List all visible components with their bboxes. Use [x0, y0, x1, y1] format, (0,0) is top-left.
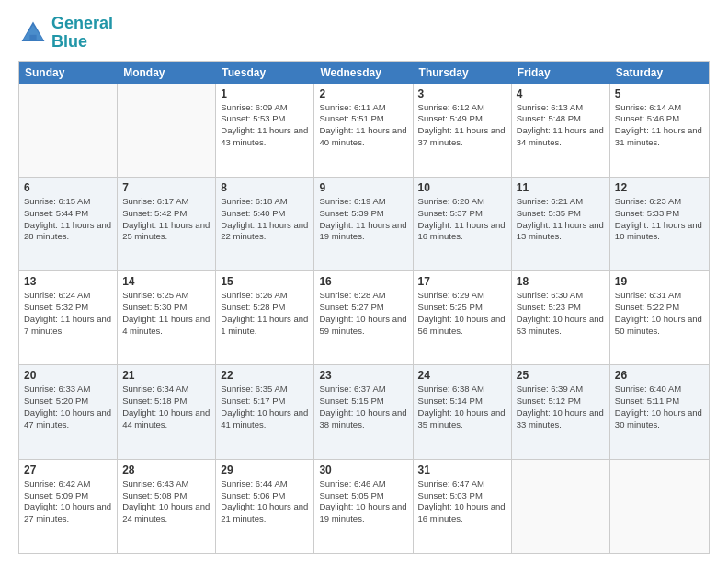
- day-info: Sunrise: 6:43 AM Sunset: 5:08 PM Dayligh…: [122, 478, 210, 525]
- day-info: Sunrise: 6:24 AM Sunset: 5:32 PM Dayligh…: [24, 290, 112, 337]
- calendar-cell: 31Sunrise: 6:47 AM Sunset: 5:03 PM Dayli…: [414, 460, 512, 553]
- calendar-row: 6Sunrise: 6:15 AM Sunset: 5:44 PM Daylig…: [19, 178, 709, 271]
- day-number: 10: [418, 181, 506, 194]
- weekday-header: Friday: [512, 62, 610, 84]
- logo-icon: [18, 18, 48, 48]
- calendar-cell: 18Sunrise: 6:30 AM Sunset: 5:23 PM Dayli…: [512, 271, 610, 364]
- calendar-cell: 21Sunrise: 6:34 AM Sunset: 5:18 PM Dayli…: [118, 365, 216, 458]
- day-number: 29: [221, 464, 309, 477]
- header: General Blue: [18, 15, 710, 52]
- day-info: Sunrise: 6:42 AM Sunset: 5:09 PM Dayligh…: [24, 478, 112, 525]
- calendar-cell: 20Sunrise: 6:33 AM Sunset: 5:20 PM Dayli…: [19, 365, 118, 458]
- day-info: Sunrise: 6:14 AM Sunset: 5:46 PM Dayligh…: [615, 102, 704, 149]
- calendar-cell: 13Sunrise: 6:24 AM Sunset: 5:32 PM Dayli…: [19, 271, 118, 364]
- calendar-cell: 15Sunrise: 6:26 AM Sunset: 5:28 PM Dayli…: [216, 271, 314, 364]
- calendar-cell: 27Sunrise: 6:42 AM Sunset: 5:09 PM Dayli…: [19, 460, 118, 553]
- day-number: 19: [615, 275, 704, 288]
- calendar-cell: 14Sunrise: 6:25 AM Sunset: 5:30 PM Dayli…: [118, 271, 216, 364]
- calendar-cell: 28Sunrise: 6:43 AM Sunset: 5:08 PM Dayli…: [118, 460, 216, 553]
- day-info: Sunrise: 6:11 AM Sunset: 5:51 PM Dayligh…: [319, 102, 407, 149]
- day-info: Sunrise: 6:12 AM Sunset: 5:49 PM Dayligh…: [418, 102, 506, 149]
- calendar-cell: 22Sunrise: 6:35 AM Sunset: 5:17 PM Dayli…: [216, 365, 314, 458]
- weekday-header: Tuesday: [216, 62, 314, 84]
- calendar-cell: 30Sunrise: 6:46 AM Sunset: 5:05 PM Dayli…: [314, 460, 413, 553]
- day-number: 11: [517, 181, 605, 194]
- day-number: 7: [122, 181, 210, 194]
- calendar-cell: 16Sunrise: 6:28 AM Sunset: 5:27 PM Dayli…: [314, 271, 413, 364]
- svg-rect-2: [29, 35, 36, 41]
- weekday-header: Wednesday: [314, 62, 413, 84]
- day-info: Sunrise: 6:17 AM Sunset: 5:42 PM Dayligh…: [122, 196, 210, 243]
- day-info: Sunrise: 6:29 AM Sunset: 5:25 PM Dayligh…: [418, 290, 506, 337]
- day-number: 21: [122, 369, 210, 382]
- weekday-header: Sunday: [19, 62, 118, 84]
- calendar: SundayMondayTuesdayWednesdayThursdayFrid…: [18, 61, 710, 554]
- day-info: Sunrise: 6:33 AM Sunset: 5:20 PM Dayligh…: [24, 384, 112, 431]
- calendar-cell: 4Sunrise: 6:13 AM Sunset: 5:48 PM Daylig…: [512, 84, 610, 177]
- day-number: 30: [319, 464, 407, 477]
- calendar-cell: [610, 460, 709, 553]
- calendar-cell: [19, 84, 118, 177]
- day-number: 20: [24, 369, 112, 382]
- calendar-cell: 6Sunrise: 6:15 AM Sunset: 5:44 PM Daylig…: [19, 178, 118, 270]
- day-number: 23: [319, 369, 407, 382]
- calendar-row: 27Sunrise: 6:42 AM Sunset: 5:09 PM Dayli…: [19, 460, 709, 553]
- day-number: 9: [319, 181, 407, 194]
- day-info: Sunrise: 6:47 AM Sunset: 5:03 PM Dayligh…: [418, 478, 506, 525]
- day-info: Sunrise: 6:19 AM Sunset: 5:39 PM Dayligh…: [319, 196, 407, 243]
- calendar-cell: 24Sunrise: 6:38 AM Sunset: 5:14 PM Dayli…: [414, 365, 512, 458]
- day-number: 16: [319, 275, 407, 288]
- day-number: 3: [418, 87, 506, 100]
- calendar-row: 13Sunrise: 6:24 AM Sunset: 5:32 PM Dayli…: [19, 271, 709, 365]
- calendar-cell: 11Sunrise: 6:21 AM Sunset: 5:35 PM Dayli…: [512, 178, 610, 270]
- day-info: Sunrise: 6:09 AM Sunset: 5:53 PM Dayligh…: [221, 102, 309, 149]
- day-info: Sunrise: 6:39 AM Sunset: 5:12 PM Dayligh…: [517, 384, 605, 431]
- day-info: Sunrise: 6:18 AM Sunset: 5:40 PM Dayligh…: [221, 196, 309, 243]
- weekday-header: Thursday: [414, 62, 512, 84]
- day-number: 26: [615, 369, 704, 382]
- day-info: Sunrise: 6:46 AM Sunset: 5:05 PM Dayligh…: [319, 478, 407, 525]
- calendar-cell: 7Sunrise: 6:17 AM Sunset: 5:42 PM Daylig…: [118, 178, 216, 270]
- calendar-cell: 10Sunrise: 6:20 AM Sunset: 5:37 PM Dayli…: [414, 178, 512, 270]
- day-info: Sunrise: 6:28 AM Sunset: 5:27 PM Dayligh…: [319, 290, 407, 337]
- day-number: 13: [24, 275, 112, 288]
- calendar-cell: 1Sunrise: 6:09 AM Sunset: 5:53 PM Daylig…: [216, 84, 314, 177]
- calendar-row: 1Sunrise: 6:09 AM Sunset: 5:53 PM Daylig…: [19, 84, 709, 178]
- calendar-row: 20Sunrise: 6:33 AM Sunset: 5:20 PM Dayli…: [19, 365, 709, 459]
- day-info: Sunrise: 6:30 AM Sunset: 5:23 PM Dayligh…: [517, 290, 605, 337]
- calendar-cell: 19Sunrise: 6:31 AM Sunset: 5:22 PM Dayli…: [610, 271, 709, 364]
- calendar-cell: 5Sunrise: 6:14 AM Sunset: 5:46 PM Daylig…: [610, 84, 709, 177]
- day-info: Sunrise: 6:21 AM Sunset: 5:35 PM Dayligh…: [517, 196, 605, 243]
- day-number: 1: [221, 87, 309, 100]
- day-info: Sunrise: 6:40 AM Sunset: 5:11 PM Dayligh…: [615, 384, 704, 431]
- day-number: 17: [418, 275, 506, 288]
- day-info: Sunrise: 6:13 AM Sunset: 5:48 PM Dayligh…: [517, 102, 605, 149]
- day-number: 18: [517, 275, 605, 288]
- day-info: Sunrise: 6:20 AM Sunset: 5:37 PM Dayligh…: [418, 196, 506, 243]
- calendar-cell: 12Sunrise: 6:23 AM Sunset: 5:33 PM Dayli…: [610, 178, 709, 270]
- calendar-cell: 9Sunrise: 6:19 AM Sunset: 5:39 PM Daylig…: [314, 178, 413, 270]
- day-number: 4: [517, 87, 605, 100]
- calendar-cell: 17Sunrise: 6:29 AM Sunset: 5:25 PM Dayli…: [414, 271, 512, 364]
- day-number: 31: [418, 464, 506, 477]
- calendar-header: SundayMondayTuesdayWednesdayThursdayFrid…: [19, 62, 709, 84]
- calendar-cell: 29Sunrise: 6:44 AM Sunset: 5:06 PM Dayli…: [216, 460, 314, 553]
- logo: General Blue: [18, 15, 113, 52]
- logo-text: General Blue: [51, 15, 113, 52]
- weekday-header: Monday: [118, 62, 216, 84]
- day-number: 15: [221, 275, 309, 288]
- day-info: Sunrise: 6:23 AM Sunset: 5:33 PM Dayligh…: [615, 196, 704, 243]
- weekday-header: Saturday: [610, 62, 709, 84]
- day-number: 25: [517, 369, 605, 382]
- day-number: 2: [319, 87, 407, 100]
- day-info: Sunrise: 6:25 AM Sunset: 5:30 PM Dayligh…: [122, 290, 210, 337]
- day-info: Sunrise: 6:34 AM Sunset: 5:18 PM Dayligh…: [122, 384, 210, 431]
- calendar-cell: 23Sunrise: 6:37 AM Sunset: 5:15 PM Dayli…: [314, 365, 413, 458]
- day-number: 24: [418, 369, 506, 382]
- calendar-cell: 2Sunrise: 6:11 AM Sunset: 5:51 PM Daylig…: [314, 84, 413, 177]
- day-number: 22: [221, 369, 309, 382]
- day-number: 5: [615, 87, 704, 100]
- day-number: 27: [24, 464, 112, 477]
- day-info: Sunrise: 6:31 AM Sunset: 5:22 PM Dayligh…: [615, 290, 704, 337]
- day-info: Sunrise: 6:26 AM Sunset: 5:28 PM Dayligh…: [221, 290, 309, 337]
